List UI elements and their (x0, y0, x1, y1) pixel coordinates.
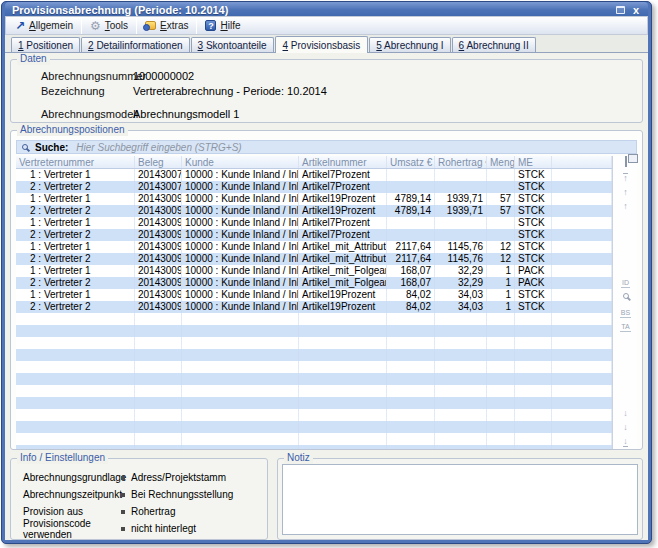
copy-grid-button[interactable] (613, 157, 638, 167)
cell-artikel: Artikel_mit_Folgeartikel (299, 265, 387, 277)
cell-artikel: Artikel_mit_Attributen (299, 241, 387, 253)
tab-abrechnung-2[interactable]: 6 Abrechnung II (452, 37, 536, 52)
table-row[interactable]: 1 : Vertreter 12014300910000 : Kunde Inl… (16, 241, 612, 253)
toolbar-button-label: Tools (105, 20, 128, 31)
tab-abrechnung-1[interactable]: 5 Abrechnung I (369, 37, 450, 52)
cell-umsatz (387, 349, 435, 361)
cell-spacer (552, 385, 612, 397)
cell-me: STCK (515, 289, 552, 301)
info-label: Provision aus (23, 506, 121, 517)
cell-vertreter: 1 : Vertreter 1 (16, 169, 135, 181)
bullet-icon (121, 493, 125, 497)
cell-me (515, 349, 552, 361)
cell-menge (487, 445, 515, 449)
cell-vertreter (16, 313, 135, 325)
table-row[interactable]: 2 : Vertreter 22014300910000 : Kunde Inl… (16, 301, 612, 313)
cell-rohertrag (435, 409, 487, 421)
cell-beleg: 20143009 (135, 229, 182, 241)
cell-beleg: 20143009 (135, 289, 182, 301)
move-up-button[interactable]: ↑ (613, 188, 638, 198)
cell-kunde: 10000 : Kunde Inland / Inlandsort (182, 229, 299, 241)
column-header-vertreter[interactable]: Vertreternummer (16, 156, 135, 168)
bs-button[interactable]: BS (613, 308, 638, 318)
toolbar-button-allgemein[interactable]: ↗ Allgemein (9, 18, 79, 33)
toolbar-button-tools[interactable]: ⚙ Tools (84, 18, 134, 34)
cell-spacer (552, 301, 612, 313)
cell-me: STCK (515, 229, 552, 241)
page-down-button[interactable]: ↓ (613, 423, 638, 433)
column-header-artikel[interactable]: Artikelnummer (299, 156, 387, 168)
cell-kunde: 10000 : Kunde Inland / Inlandsort (182, 205, 299, 217)
cell-beleg (135, 325, 182, 337)
cell-kunde (182, 397, 299, 409)
tab-skontoanteile[interactable]: 3 Skontoanteile (191, 37, 274, 52)
cell-kunde: 10000 : Kunde Inland / Inlandsort (182, 289, 299, 301)
table-row[interactable]: 1 : Vertreter 12014300910000 : Kunde Inl… (16, 289, 612, 301)
cell-me (515, 337, 552, 349)
column-header-rohertrag[interactable]: Rohertrag € (435, 156, 487, 168)
table-row[interactable]: 1 : Vertreter 12014300910000 : Kunde Inl… (16, 193, 612, 205)
cell-umsatz (387, 373, 435, 385)
column-header-beleg[interactable]: Beleg (135, 156, 182, 168)
cell-spacer (552, 205, 612, 217)
column-header-kunde[interactable]: Kunde (182, 156, 299, 168)
notiz-textarea[interactable] (282, 464, 638, 535)
table-row[interactable]: 2 : Vertreter 22014300910000 : Kunde Inl… (16, 229, 612, 241)
column-header-spacer[interactable] (552, 156, 612, 168)
abrechnungspositionen-legend: Abrechnungspositionen (17, 124, 128, 136)
cell-vertreter (16, 361, 135, 373)
tab-detailinformationen[interactable]: 2 Detailinformationen (81, 37, 190, 52)
cell-beleg (135, 385, 182, 397)
toolbar-button-extras[interactable]: Extras (139, 18, 194, 33)
search-bar[interactable]: Suche: Hier Suchbegriff eingeben (STRG+S… (16, 140, 637, 154)
cell-umsatz (387, 325, 435, 337)
cell-umsatz: 2117,64 (387, 253, 435, 265)
close-button[interactable]: x (628, 3, 644, 16)
cell-spacer (552, 193, 612, 205)
cell-beleg: 20143009 (135, 217, 182, 229)
table-row[interactable]: 1 : Vertreter 12014300910000 : Kunde Inl… (16, 265, 612, 277)
cell-me: STCK (515, 241, 552, 253)
cell-me (515, 397, 552, 409)
page-up-button[interactable]: ↑ (613, 202, 638, 212)
cell-me: STCK (515, 217, 552, 229)
scroll-to-top-button[interactable]: ↑ (613, 173, 638, 184)
table-row[interactable]: 2 : Vertreter 22014300710000 : Kunde Inl… (16, 181, 612, 193)
tab-positionen[interactable]: 1 Positionen (11, 37, 80, 52)
tab-provisionsbasis[interactable]: 4 Provisionsbasis (275, 36, 369, 53)
cell-kunde: 10000 : Kunde Inland / Inlandsort (182, 217, 299, 229)
id-search-button[interactable]: ID (613, 278, 638, 288)
cell-umsatz (387, 433, 435, 445)
table-row[interactable]: 1 : Vertreter 12014300710000 : Kunde Inl… (16, 169, 612, 181)
cell-artikel (299, 349, 387, 361)
gear-icon: ⚙ (90, 20, 101, 32)
cell-vertreter (16, 397, 135, 409)
cell-umsatz (387, 385, 435, 397)
cell-rohertrag: 34,03 (435, 289, 487, 301)
cell-vertreter: 2 : Vertreter 2 (16, 277, 135, 289)
info-einstellungen-groupbox: Info / Einstellungen Abrechnungsgrundlag… (10, 458, 268, 540)
cell-rohertrag (435, 181, 487, 193)
table-row[interactable]: 2 : Vertreter 22014300910000 : Kunde Inl… (16, 277, 612, 289)
restore-button[interactable] (612, 3, 628, 16)
cell-me (515, 445, 552, 449)
table-row[interactable]: 2 : Vertreter 22014300910000 : Kunde Inl… (16, 205, 612, 217)
info-row-abrechnungszeitpunkt: Abrechnungszeitpunkt Bei Rechnungsstellu… (23, 486, 267, 503)
ta-button[interactable]: TA (613, 322, 638, 332)
cell-umsatz (387, 361, 435, 373)
column-header-menge[interactable]: Menge (487, 156, 515, 168)
column-header-umsatz[interactable]: Umsatz € (387, 156, 435, 168)
grid-search-button[interactable] (613, 292, 638, 302)
scroll-to-bottom-button[interactable]: ↓ (613, 437, 638, 447)
table-row[interactable]: 2 : Vertreter 22014300910000 : Kunde Inl… (16, 253, 612, 265)
cell-beleg (135, 313, 182, 325)
table-row[interactable]: 1 : Vertreter 12014300910000 : Kunde Inl… (16, 217, 612, 229)
help-icon: ? (205, 20, 216, 31)
cell-menge (487, 373, 515, 385)
toolbar-button-hilfe[interactable]: ? Hilfe (199, 18, 246, 33)
bullet-icon (121, 476, 125, 480)
move-down-button[interactable]: ↓ (613, 409, 638, 419)
column-header-me[interactable]: ME (515, 156, 552, 168)
cell-menge (487, 337, 515, 349)
cell-kunde (182, 349, 299, 361)
